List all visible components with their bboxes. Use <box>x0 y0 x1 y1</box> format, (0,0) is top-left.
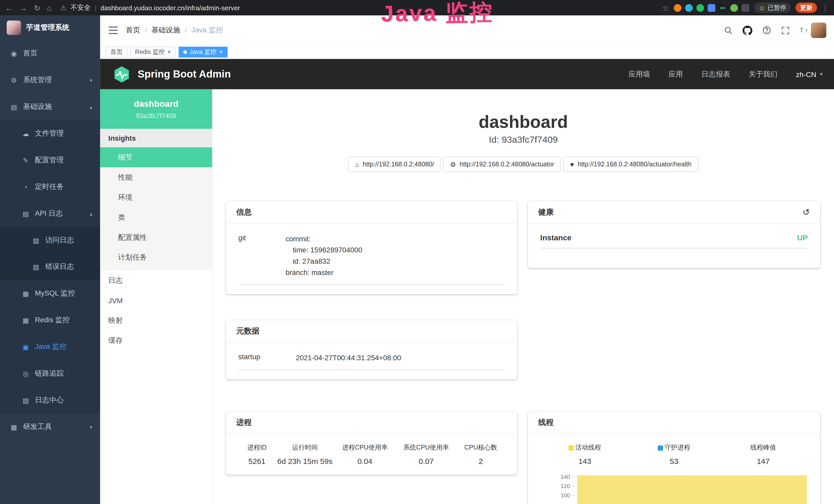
sba-side-item-类[interactable]: 类 <box>100 207 212 228</box>
sidebar-item-首页[interactable]: ◉首页 <box>0 40 100 67</box>
extension-icon[interactable] <box>730 4 738 12</box>
breadcrumb-item[interactable]: 首页 <box>126 26 140 35</box>
card-process-header: 进程 <box>226 412 517 434</box>
column-value: 0.07 <box>396 457 457 465</box>
sidebar-item-label: API 日志 <box>35 209 63 218</box>
sidebar-item-API 日志[interactable]: ▤API 日志▴ <box>0 200 100 227</box>
search-icon[interactable] <box>724 26 733 35</box>
sba-nav-日志报表[interactable]: 日志报表 <box>701 70 730 79</box>
sba-side-item-映射[interactable]: 映射 <box>100 311 212 330</box>
sba-side-item-缓存[interactable]: 缓存 <box>100 330 212 350</box>
sidebar-item-错误日志[interactable]: ▨错误日志 <box>0 253 100 280</box>
sidebar-item-系统管理[interactable]: ⚙系统管理▾ <box>0 67 100 93</box>
extension-icon[interactable]: on <box>719 4 727 12</box>
info-line: commit: <box>286 233 363 245</box>
fullscreen-icon[interactable] <box>781 26 790 35</box>
sba-nav-关于我们[interactable]: 关于我们 <box>749 70 777 79</box>
extension-icon[interactable] <box>742 4 749 12</box>
tab-Java 监控[interactable]: Java 监控× <box>179 46 227 57</box>
side-section-title: Insights <box>100 129 212 147</box>
extension-icon[interactable] <box>674 4 681 12</box>
sidebar-item-配置管理[interactable]: ✎配置管理 <box>0 147 100 174</box>
security-label[interactable]: 不安全 <box>71 3 91 12</box>
instance-link-wrench[interactable]: ⚙http://192.168.0.2:48080/actuator <box>443 157 561 172</box>
process-col-系统CPU使用率: 系统CPU使用率0.07 <box>396 443 457 465</box>
github-icon[interactable] <box>743 25 752 35</box>
update-button[interactable]: 更新 <box>795 3 817 13</box>
sidebar-item-label: 访问日志 <box>45 236 74 245</box>
breadcrumb-item[interactable]: 基础设施 <box>152 26 180 35</box>
status-badge: UP <box>797 233 808 242</box>
sba-title[interactable]: Spring Boot Admin <box>138 68 231 80</box>
column-value: 0.04 <box>334 457 396 465</box>
reload-icon[interactable]: ↻ <box>34 4 40 12</box>
trace-icon: ◎ <box>22 370 30 377</box>
hamburger-icon[interactable] <box>108 26 118 35</box>
sidebar-item-定时任务[interactable]: ◔定时任务 <box>0 174 100 200</box>
forward-icon[interactable]: → <box>20 4 27 12</box>
sba-side-item-JVM[interactable]: JVM <box>100 290 212 311</box>
sidebar-item-文件管理[interactable]: ☁文件管理 <box>0 120 100 147</box>
back-icon[interactable]: ← <box>5 4 13 12</box>
y-tick-label: 100 <box>540 492 570 498</box>
sidebar-item-研发工具[interactable]: ▩研发工具▾ <box>0 414 100 440</box>
sidebar-item-MySQL 监控[interactable]: ▦MySQL 监控 <box>0 280 100 307</box>
address-bar[interactable]: ⚠ 不安全 | dashboard.yudao.iocoder.cn/infra… <box>60 3 656 12</box>
sba-nav-应用墙[interactable]: 应用墙 <box>629 70 650 79</box>
sidebar-item-Redis 监控[interactable]: ▦Redis 监控 <box>0 307 100 334</box>
sidebar-item-链路追踪[interactable]: ◎链路追踪 <box>0 360 100 387</box>
locale-select[interactable]: zh-CN ▾ <box>796 70 823 78</box>
extension-icon[interactable] <box>685 4 693 12</box>
avatar-caret-icon[interactable]: ▾ <box>822 28 825 33</box>
brand: 芋道管理系统 <box>0 16 100 40</box>
sba-side-item-环境[interactable]: 环境 <box>100 187 212 207</box>
legend-value: 143 <box>540 457 629 465</box>
font-size-icon[interactable]: TT <box>800 26 810 35</box>
db-icon: ▦ <box>22 290 30 297</box>
threads-legend: 活动线程143守护进程53线程峰值147 <box>540 443 808 465</box>
profile-paused-chip[interactable]: ☺ 已暂停 <box>754 3 791 13</box>
tab-首页[interactable]: 首页 <box>106 46 127 57</box>
column-header: 进程ID <box>238 443 276 452</box>
sba-side-item-日志[interactable]: 日志 <box>100 270 212 290</box>
question-icon[interactable] <box>762 26 772 35</box>
history-icon[interactable]: ↺ <box>803 208 810 217</box>
sidebar-item-label: 文件管理 <box>35 129 64 138</box>
sidebar-item-日志中心[interactable]: ▨日志中心 <box>0 387 100 414</box>
config-icon: ✎ <box>22 156 30 164</box>
extension-icon[interactable] <box>708 4 715 12</box>
card-info-title: 信息 <box>236 207 252 217</box>
legend-守护进程: 守护进程53 <box>630 443 719 465</box>
card-metadata-title: 元数据 <box>236 326 259 336</box>
instance-link-heart[interactable]: ♥http://192.168.0.2:48080/actuator/healt… <box>564 157 698 172</box>
browser-menu-icon[interactable]: ⋮ <box>822 4 829 11</box>
sidebar-item-基础设施[interactable]: ▤基础设施▴ <box>0 93 100 120</box>
sba-logo-icon[interactable] <box>112 65 131 84</box>
sba-side-item-性能[interactable]: 性能 <box>100 167 212 187</box>
sba-nav-应用[interactable]: 应用 <box>668 70 683 79</box>
instance-link-home[interactable]: ⌂http://192.168.0.2:48080/ <box>348 157 441 172</box>
sba-side-item-细节[interactable]: 细节 <box>100 147 212 167</box>
browser-chrome: ← → ↻ ⌂ ⚠ 不安全 | dashboard.yudao.iocoder.… <box>0 0 834 16</box>
column-value: 5261 <box>238 457 276 465</box>
instance-header[interactable]: dashboard 93a3fc7f7409 <box>100 89 212 129</box>
extension-icon[interactable] <box>696 4 704 12</box>
tab-Redis 监控[interactable]: Redis 监控× <box>130 46 176 57</box>
sidebar-item-访问日志[interactable]: ▨访问日志 <box>0 227 100 254</box>
instance-hero: dashboard Id: 93a3fc7f7409 ⌂http://192.1… <box>213 89 834 172</box>
bookmark-star-icon[interactable]: ☆ <box>662 4 669 12</box>
url-text[interactable]: dashboard.yudao.iocoder.cn/infra/admin-s… <box>101 4 240 12</box>
y-tick-mark <box>572 495 575 496</box>
metadata-key: startup <box>238 352 296 363</box>
close-icon[interactable]: × <box>219 49 223 55</box>
tool-icon: ▩ <box>10 423 18 431</box>
sba-side-item-计划任务[interactable]: 计划任务 <box>100 248 212 268</box>
breadcrumb: 首页/基础设施/Java 监控 <box>126 26 223 35</box>
sidebar-item-Java 监控[interactable]: ▣Java 监控 <box>0 334 100 360</box>
close-icon[interactable]: × <box>168 49 171 55</box>
sba-side-item-配置属性[interactable]: 配置属性 <box>100 228 212 248</box>
svg-text:T: T <box>800 27 804 33</box>
instance-links: ⌂http://192.168.0.2:48080/⚙http://192.16… <box>213 157 834 172</box>
doc-icon: ▨ <box>22 396 30 404</box>
browser-home-icon[interactable]: ⌂ <box>47 4 52 12</box>
